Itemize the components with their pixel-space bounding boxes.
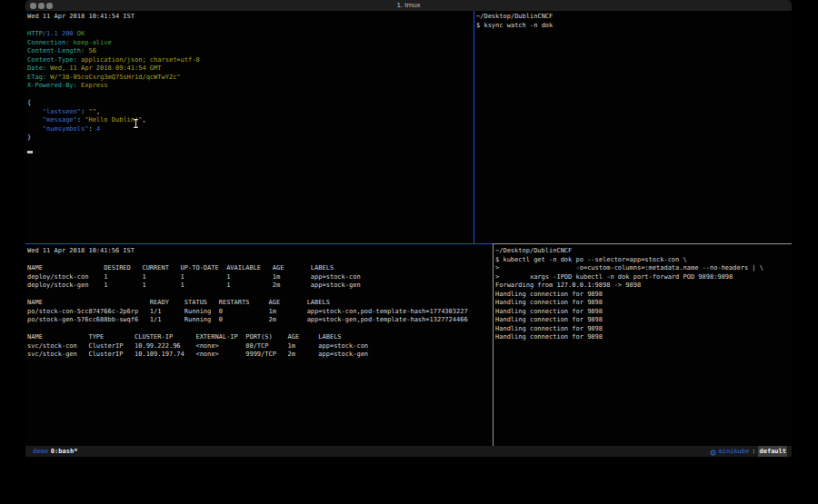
terminal-text-segment: ETag: — [27, 74, 46, 81]
terminal-line: Handling connection for 9898 — [495, 308, 792, 317]
terminal-line: Content-Length: 56 — [27, 47, 474, 56]
terminal-line: $ kubectl get -n dok po --selector=app=s… — [495, 256, 792, 265]
terminal-line: po/stock-con-5cc874766c-2p6rp 1/1 Runnin… — [27, 308, 493, 317]
terminal-text-segment: W/"38-05coCsrg3mQ75sHr1d/qcWTwYZc" — [50, 74, 180, 81]
terminal-line — [27, 325, 493, 334]
terminal-line: po/stock-gen-576cc688bb-swqf6 1/1 Runnin… — [27, 316, 493, 325]
terminal-text-segment: Express — [81, 82, 108, 89]
terminal-text-segment: , — [142, 116, 145, 124]
window-label[interactable]: 0:bash* — [51, 446, 78, 457]
terminal-line — [27, 22, 474, 31]
terminal-text-segment: X-Powered-By: — [27, 82, 77, 89]
terminal-text-segment: application/json; charset=utf-8 — [81, 56, 200, 64]
terminal-text-segment: : — [88, 125, 95, 133]
pane-port-forward[interactable]: ~/Desktop/DublinCNCF$ kubectl get -n dok… — [494, 244, 792, 446]
terminal-line: Content-Type: application/json; charset=… — [27, 56, 474, 65]
terminal-text-segment: "message" — [43, 116, 77, 124]
terminal-line: ETag: W/"38-05coCsrg3mQ75sHr1d/qcWTwYZc" — [27, 74, 474, 83]
terminal-text-segment — [27, 125, 43, 133]
block-cursor — [27, 151, 33, 153]
terminal-text-segment: "numsymbols" — [43, 125, 89, 133]
pane-divider-vertical-bottom[interactable] — [493, 244, 494, 446]
terminal-text-segment: Date: — [27, 64, 46, 72]
terminal-text-segment: /1.1 200 — [43, 30, 77, 37]
terminal-line — [27, 143, 474, 152]
terminal-line: Handling connection for 9898 — [495, 325, 792, 334]
terminal-line — [27, 291, 493, 300]
terminal-line: Connection: keep-alive — [27, 39, 474, 48]
terminal-line: Handling connection for 9898 — [495, 316, 792, 325]
terminal-line: HTTP/1.1 200 OK — [27, 30, 474, 39]
terminal-line: Forwarding from 127.0.0.1:9898 -> 9898 — [495, 282, 792, 291]
terminal-text-segment: keep-alive — [74, 39, 112, 46]
terminal-text-segment: 56 — [88, 47, 95, 54]
terminal-line: "lastseen": "", — [27, 108, 474, 117]
terminal-text-segment: Wed, 11 Apr 2018 09:41:54 GMT — [50, 64, 161, 72]
pane-ksync-watch[interactable]: ~/Desktop/DublinCNCF$ ksync watch -n dok — [474, 11, 792, 243]
terminal-text-segment — [27, 108, 43, 115]
terminal-text-segment: Connection: — [27, 39, 69, 46]
terminal-line: deploy/stock-con 1 1 1 1 1m app=stock-co… — [27, 273, 493, 282]
terminal-line: $ ksync watch -n dok — [476, 22, 792, 31]
minimize-button[interactable] — [38, 3, 45, 9]
terminal-line: "message": "Hello Dublin!", — [27, 116, 474, 125]
pane-divider-horizontal[interactable] — [493, 243, 792, 244]
pane-http-response[interactable]: Wed 11 Apr 2018 10:41:54 IST HTTP/1.1 20… — [25, 11, 474, 243]
terminal-line: Handling connection for 9898 — [495, 299, 792, 308]
terminal-line: X-Powered-By: Express — [27, 82, 474, 91]
kube-namespace: default — [758, 446, 787, 457]
kube-context: minikube — [719, 446, 750, 457]
terminal-line: ~/Desktop/DublinCNCF — [495, 247, 792, 256]
terminal-text-segment: Content-Length: — [27, 47, 85, 54]
session-name: demo — [33, 446, 48, 457]
terminal-line: } — [27, 133, 474, 143]
traffic-lights — [30, 3, 53, 9]
terminal-text-segment: HTTP — [27, 30, 43, 37]
pane-kubectl-resources[interactable]: Wed 11 Apr 2018 10:41:56 IST NAME DESIRE… — [25, 244, 493, 446]
terminal-text-segment: Content-Type: — [27, 56, 77, 64]
mouse-text-cursor — [133, 114, 139, 124]
terminal-line — [27, 151, 474, 160]
terminal-text-segment: OK — [77, 30, 85, 37]
terminal-window: 1. tmux Wed 11 Apr 2018 10:41:54 IST HTT… — [25, 0, 792, 457]
pane-divider-vertical-top[interactable] — [474, 11, 474, 244]
terminal-line: svc/stock-gen ClusterIP 10.109.197.74 <n… — [27, 351, 493, 360]
terminal-line: Wed 11 Apr 2018 10:41:56 IST — [27, 247, 493, 256]
terminal-line: NAME TYPE CLUSTER-IP EXTERNAL-IP PORT(S)… — [27, 333, 493, 342]
window-titlebar[interactable]: 1. tmux — [25, 0, 792, 11]
terminal-line: Handling connection for 9898 — [495, 333, 792, 342]
terminal-line: Handling connection for 9898 — [495, 291, 792, 300]
terminal-line: Wed 11 Apr 2018 10:41:54 IST — [27, 13, 474, 22]
tmux-status-bar: demo 0:bash* minikube:default — [25, 446, 792, 457]
terminal-line: { — [27, 99, 474, 108]
window-title: 1. tmux — [25, 0, 792, 11]
terminal-line — [27, 256, 493, 265]
kubernetes-helm-icon — [710, 449, 716, 455]
terminal-line: "numsymbols": 4 — [27, 125, 474, 134]
terminal-line: ~/Desktop/DublinCNCF — [476, 13, 792, 22]
pane-divider-horizontal-active[interactable] — [25, 243, 493, 244]
terminal-line: > xargs -IPOD kubectl -n dok port-forwar… — [495, 273, 792, 282]
zoom-button[interactable] — [46, 3, 53, 9]
terminal-text-segment: : — [77, 116, 85, 124]
terminal-line: NAME DESIRED CURRENT UP-TO-DATE AVAILABL… — [27, 264, 493, 273]
terminal-line: svc/stock-con ClusterIP 10.99.222.96 <no… — [27, 342, 493, 351]
terminal-text-segment — [27, 116, 43, 124]
terminal-text-segment: 4 — [96, 125, 100, 133]
terminal-text-segment: , — [96, 108, 100, 115]
terminal-text-segment: "" — [88, 108, 95, 115]
terminal-line — [27, 91, 474, 100]
terminal-line: NAME READY STATUS RESTARTS AGE LABELS — [27, 299, 493, 308]
close-button[interactable] — [30, 3, 36, 9]
terminal-text-segment: "lastseen" — [43, 108, 81, 115]
kube-separator: : — [752, 446, 755, 457]
terminal-line: Date: Wed, 11 Apr 2018 09:41:54 GMT — [27, 64, 474, 74]
terminal-line: deploy/stock-gen 1 1 1 1 2m app=stock-ge… — [27, 282, 493, 291]
terminal-line: > -o=custom-columns=:metadata.name --no-… — [495, 264, 792, 273]
